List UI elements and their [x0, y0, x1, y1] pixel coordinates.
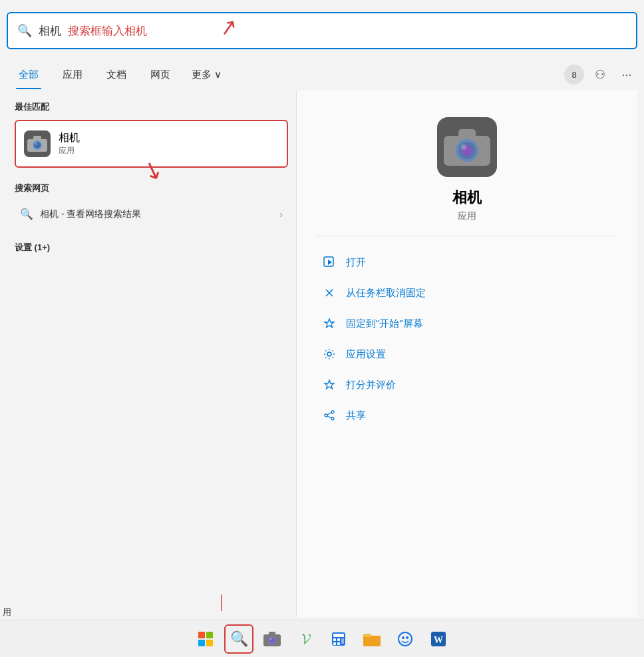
rate-label: 打分并评价: [346, 379, 396, 391]
app-settings-label: 应用设置: [346, 348, 386, 361]
taskbar-windows-start[interactable]: [191, 624, 220, 654]
svg-rect-28: [337, 638, 340, 641]
context-unpin[interactable]: 从任务栏取消固定: [317, 278, 617, 308]
search-web-section: 搜索网页 🔍 相机 - 查看网络搜索结果 ›: [15, 182, 288, 227]
svg-rect-29: [341, 638, 344, 644]
tabs-right-actions: 8 ⚇ ···: [564, 64, 637, 85]
svg-text:W: W: [434, 635, 443, 645]
svg-point-35: [402, 636, 404, 639]
tab-apps[interactable]: 应用: [51, 61, 94, 89]
taskbar-word[interactable]: W: [424, 624, 453, 654]
context-rate[interactable]: 打分并评价: [317, 369, 617, 400]
app-settings-icon: [322, 347, 337, 361]
taskbar-camera-icon: [263, 632, 281, 646]
bottom-label: 用: [3, 606, 11, 618]
taskbar-explorer-icon: [363, 632, 381, 646]
svg-point-3: [34, 142, 41, 148]
taskbar-calculator[interactable]: [324, 624, 353, 654]
svg-rect-21: [269, 632, 275, 636]
svg-point-36: [406, 636, 408, 639]
search-hint-text: 搜索框输入相机: [68, 23, 147, 39]
best-match-title: 最佳匹配: [15, 101, 288, 113]
svg-line-18: [327, 413, 331, 415]
svg-rect-26: [333, 634, 344, 637]
search-web-text: 相机 - 查看网络搜索结果: [40, 208, 273, 220]
unpin-icon: [322, 286, 337, 300]
context-app-settings[interactable]: 应用设置: [317, 339, 617, 369]
search-web-item[interactable]: 🔍 相机 - 查看网络搜索结果 ›: [15, 201, 288, 227]
share-icon: [322, 408, 337, 423]
taskbar: 🔍 𝓥: [0, 620, 644, 657]
search-icon: 🔍: [17, 23, 32, 38]
share-label: 共享: [346, 409, 366, 422]
user-icon-btn[interactable]: ⚇: [589, 64, 611, 85]
best-match-app-type: 应用: [59, 145, 80, 156]
taskbar-edge[interactable]: 𝓥: [291, 624, 320, 654]
pin-start-label: 固定到"开始"屏幕: [346, 318, 423, 330]
main-content: 最佳匹配 相机 应用 搜索网页 🔍: [7, 91, 637, 617]
svg-rect-33: [363, 634, 371, 637]
svg-rect-1: [33, 136, 41, 140]
search-bar[interactable]: 🔍 相机 搜索框输入相机: [7, 12, 637, 49]
svg-rect-32: [363, 636, 381, 646]
tab-more[interactable]: 更多 ∨: [182, 61, 231, 89]
taskbar-search-icon: 🔍: [230, 630, 248, 648]
settings-section: 设置 (1+): [15, 242, 288, 254]
pin-start-icon: [322, 316, 337, 331]
annotation-arrow-bottom: |: [220, 590, 224, 612]
svg-line-19: [327, 416, 331, 418]
taskbar-feedback[interactable]: [391, 624, 420, 654]
search-web-chevron: ›: [279, 209, 283, 220]
taskbar-search[interactable]: 🔍: [224, 624, 253, 654]
camera-svg-large: [444, 129, 490, 166]
windows-logo: [198, 632, 213, 646]
tabs-row: 全部 应用 文档 网页 更多 ∨ 8 ⚇ ···: [7, 59, 637, 91]
svg-point-16: [325, 414, 327, 417]
taskbar-camera[interactable]: [257, 624, 287, 654]
unpin-label: 从任务栏取消固定: [346, 287, 426, 300]
open-icon: [322, 255, 337, 270]
more-options-btn[interactable]: ···: [616, 64, 637, 85]
camera-app-icon-small: [24, 130, 51, 157]
taskbar-file-explorer[interactable]: [357, 624, 387, 654]
svg-point-10: [461, 144, 466, 150]
best-match-info: 相机 应用: [59, 131, 80, 156]
search-web-icon: 🔍: [20, 208, 33, 220]
search-query-text: 相机: [39, 23, 61, 39]
svg-rect-27: [333, 638, 336, 641]
svg-point-17: [331, 417, 334, 420]
svg-point-15: [331, 411, 334, 413]
camera-svg-small: [27, 136, 47, 152]
rate-icon: [322, 377, 337, 392]
tab-web[interactable]: 网页: [138, 61, 182, 89]
camera-app-icon-large: [437, 117, 497, 177]
context-open[interactable]: 打开: [317, 247, 617, 278]
right-panel: 相机 应用 打开 从任务栏取消固定: [296, 91, 637, 617]
svg-rect-6: [458, 129, 476, 138]
svg-point-34: [399, 632, 412, 646]
result-count-badge: 8: [564, 65, 584, 85]
svg-rect-30: [333, 642, 336, 645]
right-app-name: 相机: [452, 188, 482, 208]
tab-all[interactable]: 全部: [7, 61, 51, 89]
svg-point-4: [35, 142, 37, 145]
taskbar-feedback-icon: [397, 631, 413, 647]
context-pin-start[interactable]: 固定到"开始"屏幕: [317, 308, 617, 339]
settings-title: 设置 (1+): [15, 242, 288, 254]
context-menu: 打开 从任务栏取消固定 固定到"开始"屏幕 应用设置: [317, 247, 617, 431]
taskbar-edge-icon: 𝓥: [301, 630, 310, 648]
right-app-type: 应用: [458, 210, 476, 222]
open-label: 打开: [346, 256, 366, 269]
taskbar-calc-icon: [331, 632, 346, 646]
right-divider: [317, 236, 617, 236]
tab-docs[interactable]: 文档: [94, 61, 138, 89]
best-match-app-name: 相机: [59, 131, 80, 145]
svg-point-24: [270, 638, 272, 640]
context-share[interactable]: 共享: [317, 400, 617, 431]
taskbar-word-icon: W: [430, 631, 446, 647]
svg-rect-31: [337, 642, 340, 645]
svg-point-14: [327, 352, 331, 356]
